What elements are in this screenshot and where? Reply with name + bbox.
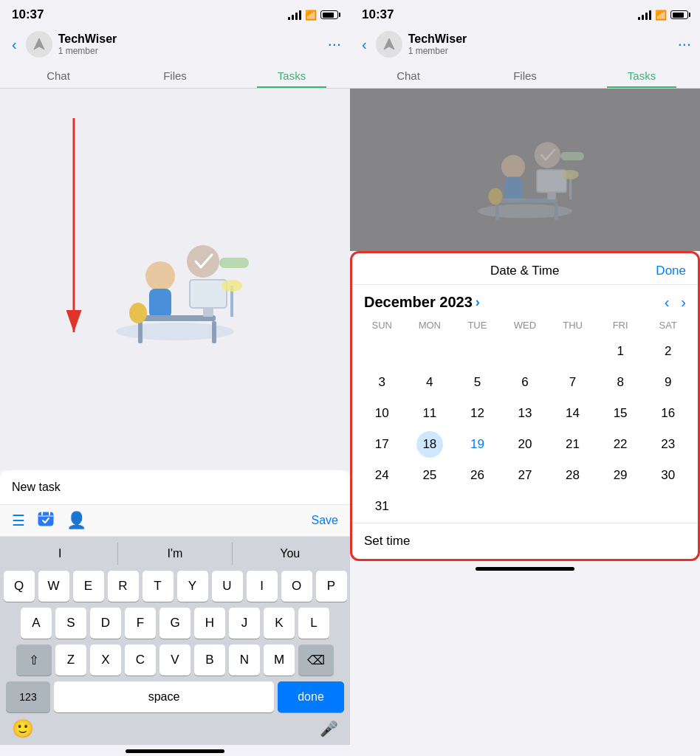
cal-day-23[interactable]: 23 (655, 431, 682, 458)
key-123[interactable]: 123 (6, 681, 50, 712)
day-hdr-wed: WED (501, 317, 549, 334)
key-done[interactable]: done (278, 681, 344, 712)
kb-emoji-row: 🙂 🎤 (3, 715, 347, 742)
hamburger-icon[interactable]: ☰ (12, 512, 25, 529)
suggestion-i[interactable]: I (3, 543, 118, 565)
key-d[interactable]: D (90, 608, 121, 639)
suggestion-im[interactable]: I'm (118, 543, 233, 565)
tab-chat[interactable]: Chat (0, 62, 117, 88)
cal-day-19-highlighted[interactable]: 19 (464, 431, 490, 458)
save-button[interactable]: Save (312, 514, 338, 527)
month-expand-chevron[interactable]: › (476, 295, 480, 310)
right-tab-tasks[interactable]: Tasks (583, 62, 700, 88)
key-v[interactable]: V (159, 645, 191, 676)
set-time-label[interactable]: Set time (352, 523, 698, 559)
key-l[interactable]: L (298, 608, 329, 639)
cal-day-14[interactable]: 14 (560, 400, 586, 427)
emoji-button[interactable]: 🙂 (12, 718, 34, 739)
key-t[interactable]: T (143, 571, 174, 602)
cal-day-25[interactable]: 25 (416, 462, 443, 489)
person-icon[interactable]: 👤 (66, 511, 86, 530)
cal-day-4[interactable]: 4 (416, 369, 443, 396)
key-backspace[interactable]: ⌫ (298, 645, 334, 676)
cal-day-empty (368, 338, 395, 365)
task-toolbar: ☰ 👤 Save (0, 505, 350, 537)
cal-day-6[interactable]: 6 (512, 369, 538, 396)
back-button[interactable]: ‹ (9, 36, 20, 53)
cal-day-27[interactable]: 27 (512, 462, 538, 489)
cal-day-13[interactable]: 13 (512, 400, 538, 427)
cal-day-empty (560, 338, 586, 365)
cal-day-17[interactable]: 17 (368, 431, 395, 458)
tab-tasks[interactable]: Tasks (233, 62, 350, 88)
calendar-next-button[interactable]: › (681, 294, 686, 311)
task-input-area: New task (0, 470, 350, 505)
cal-day-26[interactable]: 26 (464, 462, 490, 489)
cal-day-24[interactable]: 24 (368, 462, 395, 489)
calendar-prev-button[interactable]: ‹ (665, 294, 670, 311)
key-b[interactable]: B (194, 645, 225, 676)
key-q[interactable]: Q (4, 571, 35, 602)
right-back-button[interactable]: ‹ (359, 36, 370, 53)
key-r[interactable]: R (108, 571, 139, 602)
key-w[interactable]: W (38, 571, 69, 602)
cal-day-3[interactable]: 3 (368, 369, 395, 396)
cal-day-1[interactable]: 1 (607, 338, 634, 365)
right-more-options-button[interactable]: ··· (678, 35, 691, 54)
cal-day-29[interactable]: 29 (607, 462, 634, 489)
calendar-icon[interactable] (37, 509, 55, 532)
cal-day-9[interactable]: 9 (655, 369, 682, 396)
left-status-icons: 📶 (288, 10, 338, 21)
key-shift[interactable]: ⇧ (16, 645, 52, 676)
cal-day-12[interactable]: 12 (464, 400, 490, 427)
tab-files[interactable]: Files (117, 62, 233, 88)
task-input-label[interactable]: New task (12, 481, 338, 494)
key-y[interactable]: Y (177, 571, 208, 602)
key-space[interactable]: space (54, 681, 274, 712)
key-e[interactable]: E (73, 571, 104, 602)
key-k[interactable]: K (264, 608, 295, 639)
cal-day-11[interactable]: 11 (416, 400, 443, 427)
cal-day-2[interactable]: 2 (655, 338, 682, 365)
cal-day-22[interactable]: 22 (607, 431, 634, 458)
key-i[interactable]: I (247, 571, 278, 602)
key-x[interactable]: X (90, 645, 121, 676)
key-j[interactable]: J (229, 608, 260, 639)
calendar-done-button[interactable]: Done (656, 264, 686, 278)
cal-day-30[interactable]: 30 (655, 462, 682, 489)
svg-rect-21 (504, 177, 522, 201)
cal-day-8[interactable]: 8 (607, 369, 634, 396)
key-g[interactable]: G (159, 608, 191, 639)
key-u[interactable]: U (212, 571, 243, 602)
cal-day-31[interactable]: 31 (368, 493, 395, 520)
key-f[interactable]: F (125, 608, 156, 639)
key-h[interactable]: H (194, 608, 225, 639)
cal-day-5[interactable]: 5 (464, 369, 490, 396)
cal-day-15[interactable]: 15 (607, 400, 634, 427)
cal-day-21[interactable]: 21 (560, 431, 586, 458)
right-status-time: 10:37 (362, 7, 394, 22)
key-z[interactable]: Z (55, 645, 86, 676)
suggestion-you[interactable]: You (233, 543, 347, 565)
right-tab-files[interactable]: Files (467, 62, 583, 88)
key-s[interactable]: S (55, 608, 86, 639)
cal-day-20[interactable]: 20 (512, 431, 538, 458)
right-content-area (350, 89, 700, 251)
key-c[interactable]: C (125, 645, 156, 676)
cal-day-28[interactable]: 28 (560, 462, 586, 489)
cal-day-10[interactable]: 10 (368, 400, 395, 427)
key-n[interactable]: N (229, 645, 260, 676)
right-tab-chat[interactable]: Chat (350, 62, 467, 88)
cal-day-empty (464, 493, 490, 520)
cal-day-16[interactable]: 16 (655, 400, 682, 427)
svg-rect-16 (38, 515, 53, 517)
key-a[interactable]: A (21, 608, 52, 639)
mic-button[interactable]: 🎤 (320, 720, 338, 738)
key-o[interactable]: O (281, 571, 312, 602)
more-options-button[interactable]: ··· (328, 35, 341, 54)
key-m[interactable]: M (264, 645, 295, 676)
cal-day-7[interactable]: 7 (560, 369, 586, 396)
cal-week-2: 3 4 5 6 7 8 9 (358, 368, 692, 397)
key-p[interactable]: P (316, 571, 347, 602)
cal-day-18-today[interactable]: 18 (416, 431, 443, 458)
